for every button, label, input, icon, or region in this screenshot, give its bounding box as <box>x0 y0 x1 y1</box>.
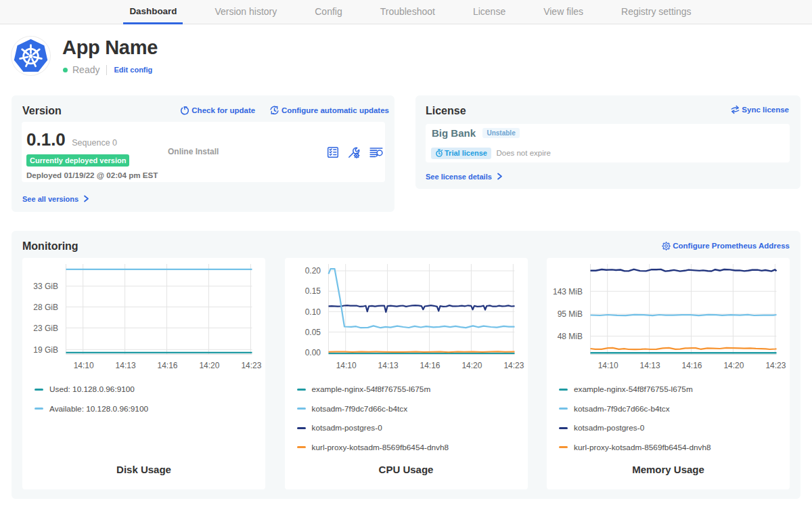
svg-text:28 GiB: 28 GiB <box>33 303 58 312</box>
svg-text:14:16: 14:16 <box>157 361 177 370</box>
svg-text:33 GiB: 33 GiB <box>33 282 58 291</box>
svg-text:14:10: 14:10 <box>74 361 94 370</box>
svg-text:95 MiB: 95 MiB <box>558 309 583 319</box>
svg-text:14:13: 14:13 <box>116 361 136 370</box>
svg-text:14:20: 14:20 <box>723 361 744 370</box>
svg-text:14:13: 14:13 <box>378 361 398 370</box>
svg-text:14:20: 14:20 <box>199 361 219 370</box>
svg-text:0.20: 0.20 <box>304 266 321 276</box>
svg-text:48 MiB: 48 MiB <box>558 332 583 341</box>
svg-text:23 GiB: 23 GiB <box>33 324 58 333</box>
svg-text:14:23: 14:23 <box>765 361 786 370</box>
svg-text:14:10: 14:10 <box>598 361 618 370</box>
svg-text:0.05: 0.05 <box>304 328 321 337</box>
svg-text:14:16: 14:16 <box>420 361 440 370</box>
svg-text:0.10: 0.10 <box>304 307 321 317</box>
svg-text:14:10: 14:10 <box>336 361 356 370</box>
svg-text:0.15: 0.15 <box>304 286 321 296</box>
svg-text:14:23: 14:23 <box>503 361 524 370</box>
svg-text:14:13: 14:13 <box>640 361 660 370</box>
svg-text:14:16: 14:16 <box>681 361 702 370</box>
svg-text:14:23: 14:23 <box>241 361 261 370</box>
svg-text:143 MiB: 143 MiB <box>553 287 583 297</box>
svg-text:0.00: 0.00 <box>304 348 321 357</box>
svg-text:19 GiB: 19 GiB <box>33 345 58 355</box>
svg-text:14:20: 14:20 <box>461 361 482 370</box>
